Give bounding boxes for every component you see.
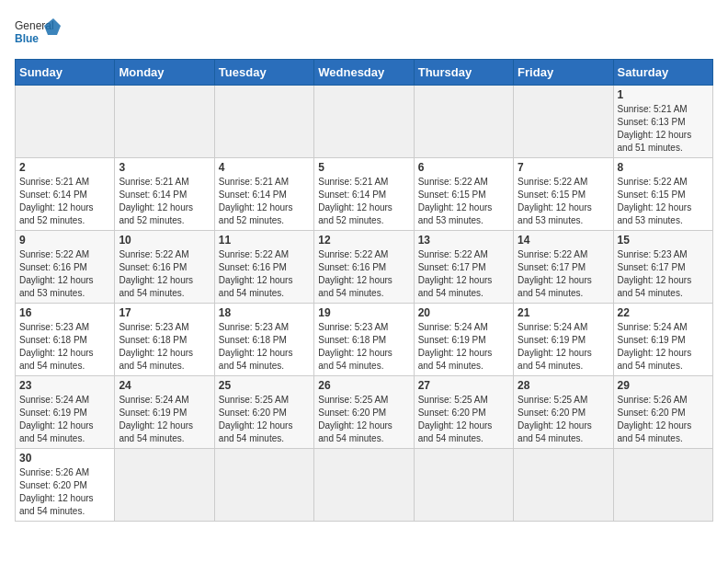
day-number: 19 (318, 306, 409, 319)
weekday-header-row: SundayMondayTuesdayWednesdayThursdayFrid… (16, 60, 713, 86)
day-number: 29 (618, 379, 709, 392)
calendar-week-row: 9Sunrise: 5:22 AM Sunset: 6:16 PM Daylig… (16, 231, 713, 304)
day-number: 17 (119, 306, 210, 319)
day-info: Sunrise: 5:24 AM Sunset: 6:19 PM Dayligh… (618, 321, 709, 373)
day-info: Sunrise: 5:21 AM Sunset: 6:14 PM Dayligh… (318, 176, 409, 227)
day-number: 8 (618, 161, 709, 174)
day-info: Sunrise: 5:24 AM Sunset: 6:19 PM Dayligh… (418, 321, 509, 373)
day-number: 7 (518, 161, 609, 174)
calendar-cell (314, 86, 414, 158)
calendar-cell (414, 449, 513, 522)
calendar-cell: 4Sunrise: 5:21 AM Sunset: 6:14 PM Daylig… (214, 158, 313, 231)
weekday-header-monday: Monday (115, 60, 214, 86)
day-info: Sunrise: 5:23 AM Sunset: 6:18 PM Dayligh… (318, 321, 409, 373)
day-info: Sunrise: 5:23 AM Sunset: 6:18 PM Dayligh… (119, 321, 210, 373)
calendar-week-row: 16Sunrise: 5:23 AM Sunset: 6:18 PM Dayli… (16, 304, 713, 376)
calendar-cell: 30Sunrise: 5:26 AM Sunset: 6:20 PM Dayli… (16, 449, 115, 522)
calendar-week-row: 30Sunrise: 5:26 AM Sunset: 6:20 PM Dayli… (16, 449, 713, 522)
day-info: Sunrise: 5:22 AM Sunset: 6:15 PM Dayligh… (418, 176, 509, 227)
calendar-week-row: 1Sunrise: 5:21 AM Sunset: 6:13 PM Daylig… (16, 86, 713, 158)
day-number: 3 (119, 161, 210, 174)
generalblue-logo-icon: General Blue (15, 15, 61, 52)
calendar-cell: 5Sunrise: 5:21 AM Sunset: 6:14 PM Daylig… (314, 158, 414, 231)
calendar-cell: 16Sunrise: 5:23 AM Sunset: 6:18 PM Dayli… (16, 304, 115, 376)
day-number: 15 (618, 234, 709, 247)
weekday-header-sunday: Sunday (16, 60, 115, 86)
calendar-cell: 2Sunrise: 5:21 AM Sunset: 6:14 PM Daylig… (16, 158, 115, 231)
day-info: Sunrise: 5:23 AM Sunset: 6:18 PM Dayligh… (219, 321, 310, 373)
day-number: 30 (19, 452, 110, 465)
day-info: Sunrise: 5:24 AM Sunset: 6:19 PM Dayligh… (518, 321, 609, 373)
calendar-cell: 29Sunrise: 5:26 AM Sunset: 6:20 PM Dayli… (613, 376, 712, 449)
day-number: 23 (19, 379, 110, 392)
day-number: 20 (418, 306, 509, 319)
day-info: Sunrise: 5:24 AM Sunset: 6:19 PM Dayligh… (19, 394, 110, 445)
day-info: Sunrise: 5:21 AM Sunset: 6:14 PM Dayligh… (219, 176, 310, 227)
day-info: Sunrise: 5:26 AM Sunset: 6:20 PM Dayligh… (618, 394, 709, 445)
calendar-cell (214, 86, 313, 158)
calendar-cell: 21Sunrise: 5:24 AM Sunset: 6:19 PM Dayli… (514, 304, 613, 376)
logo: General Blue (15, 15, 61, 52)
day-info: Sunrise: 5:25 AM Sunset: 6:20 PM Dayligh… (518, 394, 609, 445)
day-number: 21 (518, 306, 609, 319)
day-number: 10 (119, 234, 210, 247)
calendar-cell: 6Sunrise: 5:22 AM Sunset: 6:15 PM Daylig… (414, 158, 513, 231)
day-number: 11 (219, 234, 310, 247)
day-number: 13 (418, 234, 509, 247)
day-info: Sunrise: 5:25 AM Sunset: 6:20 PM Dayligh… (418, 394, 509, 445)
day-number: 25 (219, 379, 310, 392)
day-info: Sunrise: 5:24 AM Sunset: 6:19 PM Dayligh… (119, 394, 210, 445)
day-info: Sunrise: 5:23 AM Sunset: 6:17 PM Dayligh… (618, 248, 709, 300)
day-info: Sunrise: 5:25 AM Sunset: 6:20 PM Dayligh… (219, 394, 310, 445)
day-info: Sunrise: 5:22 AM Sunset: 6:15 PM Dayligh… (618, 176, 709, 227)
day-info: Sunrise: 5:21 AM Sunset: 6:13 PM Dayligh… (618, 103, 709, 155)
calendar-cell: 14Sunrise: 5:22 AM Sunset: 6:17 PM Dayli… (514, 231, 613, 304)
calendar-cell: 26Sunrise: 5:25 AM Sunset: 6:20 PM Dayli… (314, 376, 414, 449)
calendar-cell (414, 86, 513, 158)
calendar-cell: 12Sunrise: 5:22 AM Sunset: 6:16 PM Dayli… (314, 231, 414, 304)
calendar-cell (115, 86, 214, 158)
weekday-header-saturday: Saturday (613, 60, 712, 86)
calendar-cell: 1Sunrise: 5:21 AM Sunset: 6:13 PM Daylig… (613, 86, 712, 158)
day-info: Sunrise: 5:21 AM Sunset: 6:14 PM Dayligh… (19, 176, 110, 227)
calendar-cell: 24Sunrise: 5:24 AM Sunset: 6:19 PM Dayli… (115, 376, 214, 449)
day-number: 5 (318, 161, 409, 174)
day-number: 2 (19, 161, 110, 174)
calendar-table: SundayMondayTuesdayWednesdayThursdayFrid… (15, 59, 713, 522)
day-number: 28 (518, 379, 609, 392)
day-info: Sunrise: 5:22 AM Sunset: 6:16 PM Dayligh… (119, 248, 210, 300)
day-info: Sunrise: 5:22 AM Sunset: 6:16 PM Dayligh… (219, 248, 310, 300)
day-number: 12 (318, 234, 409, 247)
calendar-cell: 25Sunrise: 5:25 AM Sunset: 6:20 PM Dayli… (214, 376, 313, 449)
calendar-cell (16, 86, 115, 158)
weekday-header-thursday: Thursday (414, 60, 513, 86)
svg-text:Blue: Blue (15, 32, 39, 45)
day-number: 1 (618, 88, 709, 101)
calendar-cell: 19Sunrise: 5:23 AM Sunset: 6:18 PM Dayli… (314, 304, 414, 376)
day-number: 24 (119, 379, 210, 392)
calendar-cell: 15Sunrise: 5:23 AM Sunset: 6:17 PM Dayli… (613, 231, 712, 304)
day-info: Sunrise: 5:21 AM Sunset: 6:14 PM Dayligh… (119, 176, 210, 227)
calendar-week-row: 23Sunrise: 5:24 AM Sunset: 6:19 PM Dayli… (16, 376, 713, 449)
calendar-week-row: 2Sunrise: 5:21 AM Sunset: 6:14 PM Daylig… (16, 158, 713, 231)
calendar-cell: 3Sunrise: 5:21 AM Sunset: 6:14 PM Daylig… (115, 158, 214, 231)
calendar-cell: 10Sunrise: 5:22 AM Sunset: 6:16 PM Dayli… (115, 231, 214, 304)
day-number: 9 (19, 234, 110, 247)
page-header: General Blue (15, 15, 713, 52)
calendar-cell: 23Sunrise: 5:24 AM Sunset: 6:19 PM Dayli… (16, 376, 115, 449)
calendar-cell: 9Sunrise: 5:22 AM Sunset: 6:16 PM Daylig… (16, 231, 115, 304)
calendar-cell (514, 86, 613, 158)
calendar-cell: 8Sunrise: 5:22 AM Sunset: 6:15 PM Daylig… (613, 158, 712, 231)
day-info: Sunrise: 5:22 AM Sunset: 6:17 PM Dayligh… (418, 248, 509, 300)
day-number: 14 (518, 234, 609, 247)
day-number: 26 (318, 379, 409, 392)
day-number: 16 (19, 306, 110, 319)
calendar-cell (115, 449, 214, 522)
weekday-header-friday: Friday (514, 60, 613, 86)
day-info: Sunrise: 5:22 AM Sunset: 6:15 PM Dayligh… (518, 176, 609, 227)
calendar-cell: 18Sunrise: 5:23 AM Sunset: 6:18 PM Dayli… (214, 304, 313, 376)
day-number: 18 (219, 306, 310, 319)
day-number: 27 (418, 379, 509, 392)
day-info: Sunrise: 5:26 AM Sunset: 6:20 PM Dayligh… (19, 466, 110, 518)
day-info: Sunrise: 5:22 AM Sunset: 6:16 PM Dayligh… (19, 248, 110, 300)
